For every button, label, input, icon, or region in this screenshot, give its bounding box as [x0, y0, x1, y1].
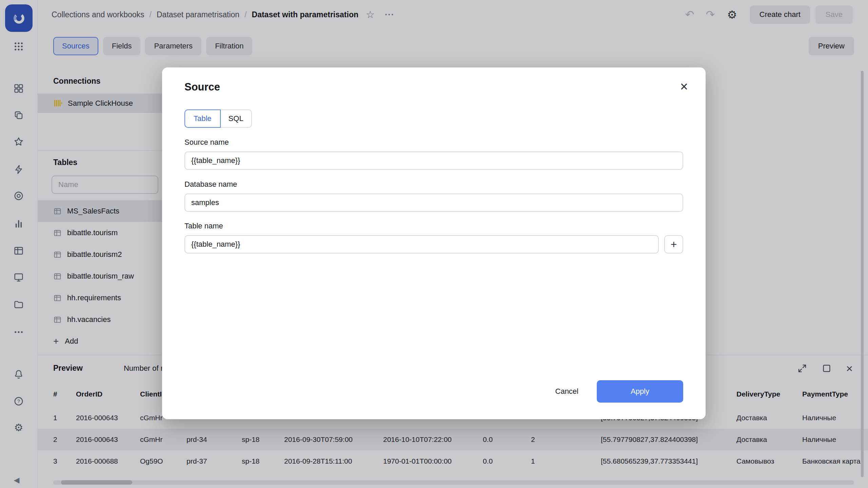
- modal-title: Source: [184, 81, 220, 93]
- database-name-input[interactable]: [184, 194, 683, 212]
- source-modal: Source × Table SQL Source name Database …: [162, 67, 706, 419]
- table-name-input[interactable]: [184, 235, 659, 253]
- mode-table-button[interactable]: Table: [184, 109, 221, 128]
- modal-footer: Cancel Apply: [547, 380, 683, 403]
- source-mode-toggle: Table SQL: [184, 109, 252, 128]
- table-name-label: Table name: [184, 222, 223, 230]
- mode-sql-button[interactable]: SQL: [221, 109, 252, 128]
- add-table-name-button[interactable]: +: [664, 235, 683, 253]
- close-icon[interactable]: ×: [680, 80, 688, 93]
- apply-button[interactable]: Apply: [597, 380, 683, 403]
- source-name-input[interactable]: [184, 151, 683, 170]
- app-root: ? ⚙ ◀ Collections and workbooks / Datase…: [0, 0, 868, 488]
- database-name-label: Database name: [184, 180, 237, 189]
- cancel-button[interactable]: Cancel: [547, 381, 587, 402]
- source-name-label: Source name: [184, 138, 229, 147]
